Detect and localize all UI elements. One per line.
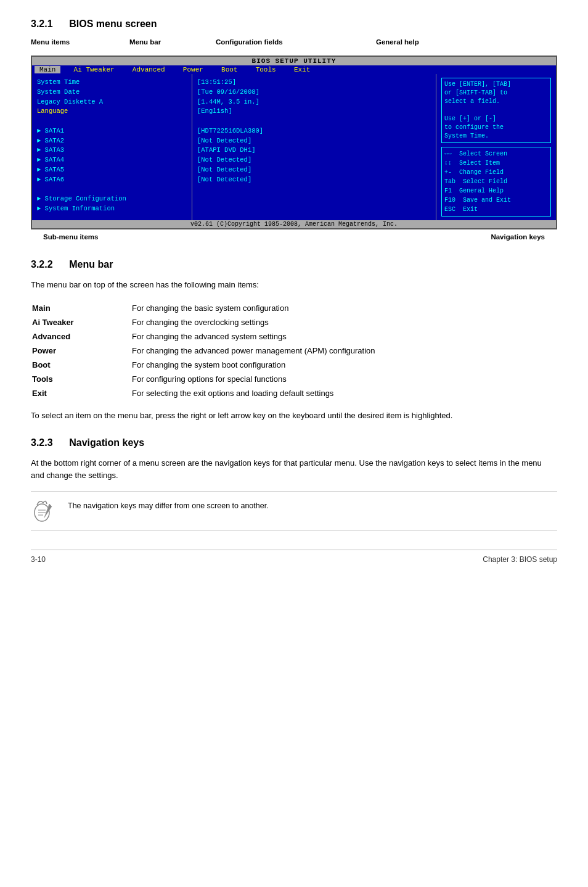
menu-desc-advanced: For changing the advanced system setting…: [132, 330, 556, 343]
bios-menu-aitweaker: Ai Tweaker: [60, 66, 119, 73]
section-321-number: 3.2.1: [31, 19, 53, 29]
bios-content: System Time System Date Legacy Diskette …: [32, 74, 556, 220]
section-321-title: BIOS menu screen: [69, 19, 157, 29]
diagram-labels-bottom: Sub-menu items Navigation keys: [31, 233, 557, 241]
menu-label-advanced: Advanced: [32, 330, 131, 343]
note-text: The navigation keys may differ from one …: [68, 498, 269, 512]
page-footer: 3-10 Chapter 3: BIOS setup: [31, 550, 557, 564]
section-322-title: Menu bar: [69, 259, 113, 270]
menu-row-power: Power For changing the advanced power ma…: [32, 344, 556, 357]
bios-menu-exit: Exit: [281, 66, 316, 73]
menu-row-advanced: Advanced For changing the advanced syste…: [32, 330, 556, 343]
section-321-heading: 3.2.1 BIOS menu screen: [31, 19, 557, 30]
section-322-intro: The menu bar on top of the screen has th…: [31, 279, 557, 292]
menu-row-exit: Exit For selecting the exit options and …: [32, 387, 556, 400]
bios-right-panel: Use [ENTER], [TAB] or [SHIFT-TAB] to sel…: [436, 74, 556, 220]
section-323-body: At the bottom right corner of a menu scr…: [31, 457, 557, 483]
bios-screen: BIOS SETUP UTILITY Main Ai Tweaker Advan…: [31, 56, 557, 229]
menu-row-main: Main For changing the basic system confi…: [32, 302, 556, 315]
section-323-number: 3.2.3: [31, 437, 53, 448]
menu-desc-power: For changing the advanced power manageme…: [132, 344, 556, 357]
menu-desc-aitweaker: For changing the overclocking settings: [132, 316, 556, 329]
bios-footer: v02.61 (C)Copyright 1985-2008, American …: [32, 220, 556, 228]
menu-row-aitweaker: Ai Tweaker For changing the overclocking…: [32, 316, 556, 329]
note-box: The navigation keys may differ from one …: [31, 491, 557, 531]
section-321: 3.2.1 BIOS menu screen Menu items Menu b…: [31, 19, 557, 241]
section-323-heading: 3.2.3 Navigation keys: [31, 437, 557, 448]
section-323: 3.2.3 Navigation keys At the bottom righ…: [31, 437, 557, 532]
bios-menu-bar: Main Ai Tweaker Advanced Power Boot Tool…: [32, 65, 556, 74]
note-icon: [31, 498, 62, 524]
menu-desc-exit: For selecting the exit options and loadi…: [132, 387, 556, 400]
menu-table: Main For changing the basic system confi…: [31, 300, 557, 401]
section-322: 3.2.2 Menu bar The menu bar on top of th…: [31, 259, 557, 423]
menu-label-boot: Boot: [32, 358, 131, 371]
menu-row-boot: Boot For changing the system boot config…: [32, 358, 556, 371]
bios-menu-boot: Boot: [208, 66, 243, 73]
label-general-help: General help: [376, 38, 419, 46]
bios-left-panel: System Time System Date Legacy Diskette …: [32, 74, 192, 220]
section-322-heading: 3.2.2 Menu bar: [31, 259, 557, 270]
menu-row-tools: Tools For configuring options for specia…: [32, 373, 556, 386]
label-sub-menu: Sub-menu items: [43, 233, 98, 241]
label-nav-keys: Navigation keys: [491, 233, 545, 241]
bios-menu-power: Power: [170, 66, 208, 73]
menu-label-main: Main: [32, 302, 131, 315]
menu-desc-boot: For changing the system boot configurati…: [132, 358, 556, 371]
label-menu-bar: Menu bar: [129, 38, 161, 46]
bios-menu-tools: Tools: [242, 66, 280, 73]
bios-help-box: Use [ENTER], [TAB] or [SHIFT-TAB] to sel…: [441, 78, 551, 143]
section-322-footer: To select an item on the menu bar, press…: [31, 410, 557, 423]
label-config-fields: Configuration fields: [216, 38, 283, 46]
label-menu-items: Menu items: [31, 38, 70, 46]
bios-diagram: Menu items Menu bar Configuration fields…: [31, 38, 557, 241]
bios-title-bar: BIOS SETUP UTILITY: [32, 57, 556, 65]
footer-page-number: 3-10: [31, 555, 46, 564]
section-322-number: 3.2.2: [31, 259, 53, 270]
bios-center-panel: [13:51:25] [Tue 09/16/2008] [1.44M, 3.5 …: [192, 74, 436, 220]
menu-desc-main: For changing the basic system configurat…: [132, 302, 556, 315]
menu-label-tools: Tools: [32, 373, 131, 386]
menu-label-power: Power: [32, 344, 131, 357]
bios-menu-advanced: Advanced: [120, 66, 170, 73]
menu-desc-tools: For configuring options for special func…: [132, 373, 556, 386]
section-323-title: Navigation keys: [69, 437, 144, 448]
bios-nav-box: ↔↔ Select Screen ↕↕ Select Item +- Chang…: [441, 147, 551, 217]
menu-label-aitweaker: Ai Tweaker: [32, 316, 131, 329]
menu-label-exit: Exit: [32, 387, 131, 400]
bios-menu-main: Main: [35, 66, 60, 73]
footer-chapter: Chapter 3: BIOS setup: [483, 555, 557, 564]
